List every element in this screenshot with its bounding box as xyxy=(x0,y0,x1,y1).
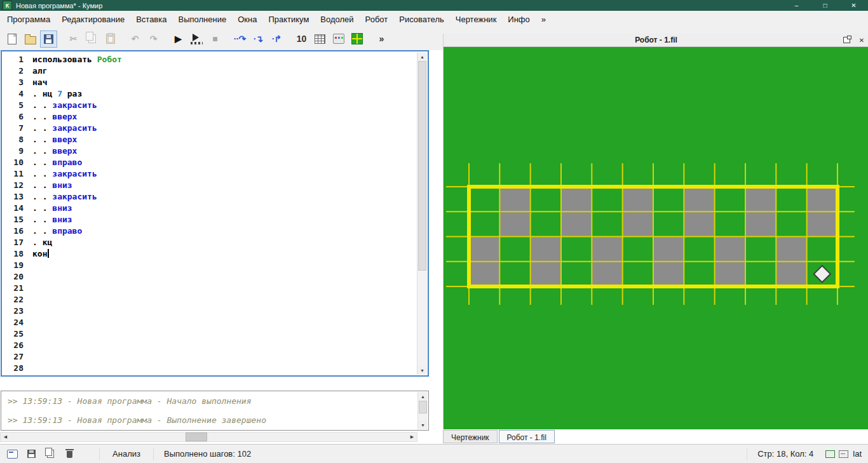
editor-line-19[interactable]: 19 xyxy=(4,260,418,271)
save-results-button[interactable] xyxy=(23,447,39,461)
editor-line-26[interactable]: 26 xyxy=(4,340,418,351)
painted-cell xyxy=(623,211,653,236)
robot-window-buttons: ✕ xyxy=(842,34,866,46)
console-panel: >> 13:59:13 - Новая программа - Начало в… xyxy=(1,391,429,431)
show-io-button[interactable]: 10 xyxy=(293,30,310,48)
step-out-icon: ∙↱ xyxy=(272,34,282,43)
menu-item-12[interactable]: » xyxy=(536,12,552,27)
line-number: 19 xyxy=(4,260,32,271)
toolbar-overflow-button[interactable]: » xyxy=(373,30,390,48)
maximize-button[interactable]: □ xyxy=(811,0,839,11)
drawing-tools-button[interactable] xyxy=(330,30,347,48)
menu-item-8[interactable]: Робот xyxy=(360,12,394,27)
console-line-2: >> 13:59:13 - Новая программа - Выполнен… xyxy=(8,411,419,430)
editor-line-13[interactable]: 13. . закрасить xyxy=(4,191,418,203)
menu-item-2[interactable]: Редактирование xyxy=(56,12,130,27)
editor-line-11[interactable]: 11. . закрасить xyxy=(4,168,418,180)
robot-field-canvas[interactable] xyxy=(444,47,868,429)
keyboard-indicator-icon[interactable] xyxy=(825,450,835,458)
save-icon xyxy=(44,34,53,44)
editor-line-7[interactable]: 7. . закрасить xyxy=(4,123,418,134)
editor-line-14[interactable]: 14. . вниз xyxy=(4,203,418,214)
scroll-left-button[interactable]: ◀ xyxy=(1,433,10,441)
code-text: нач xyxy=(32,77,47,88)
editor-line-8[interactable]: 8. . вверх xyxy=(4,134,418,145)
panel-splitter[interactable] xyxy=(430,50,443,431)
scroll-down-button[interactable]: ▼ xyxy=(418,420,428,429)
undock-window-button[interactable] xyxy=(842,36,851,44)
close-button[interactable]: ✕ xyxy=(839,0,868,11)
console-scrollbar[interactable]: ▲ ▼ xyxy=(417,392,428,429)
h-scrollbar-thumb[interactable] xyxy=(186,433,207,441)
clear-results-button[interactable] xyxy=(61,447,78,461)
app-icon: К xyxy=(3,1,12,10)
menu-item-9[interactable]: Рисователь xyxy=(393,12,449,27)
editor-scrollbar[interactable]: ▲ ▼ xyxy=(417,52,427,375)
editor-line-16[interactable]: 16. . вправо xyxy=(4,225,418,237)
close-robot-window-button[interactable]: ✕ xyxy=(857,36,866,44)
console-scrollbar-thumb[interactable] xyxy=(419,401,427,413)
run-step-by-step-button[interactable] xyxy=(188,30,205,48)
step-out-button[interactable]: ∙↱ xyxy=(268,30,285,48)
editor-line-4[interactable]: 4. нц 7 раз xyxy=(4,88,418,100)
open-program-button[interactable] xyxy=(22,30,39,48)
editor-line-5[interactable]: 5. . закрасить xyxy=(4,100,418,111)
menu-item-1[interactable]: Программа xyxy=(1,12,56,27)
run-button[interactable]: ▶ xyxy=(170,30,187,48)
editor-line-25[interactable]: 25 xyxy=(4,328,418,340)
editor-line-28[interactable]: 28 xyxy=(4,363,418,374)
scroll-up-button[interactable]: ▲ xyxy=(417,52,427,61)
layout-indicator-icon[interactable] xyxy=(839,450,848,458)
editor-line-18[interactable]: 18кон xyxy=(4,248,418,260)
h-scrollbar-track[interactable] xyxy=(10,433,407,441)
editor-line-17[interactable]: 17. кц xyxy=(4,237,418,248)
scroll-up-button[interactable]: ▲ xyxy=(418,392,428,401)
copy-results-button[interactable] xyxy=(42,447,58,461)
menu-item-10[interactable]: Чертежник xyxy=(450,12,503,27)
editor-line-6[interactable]: 6. . вверх xyxy=(4,111,418,123)
editor-line-20[interactable]: 20 xyxy=(4,271,418,283)
editor-line-12[interactable]: 12. . вниз xyxy=(4,180,418,191)
scroll-down-button[interactable]: ▼ xyxy=(417,366,427,375)
arrow-down-icon: ▼ xyxy=(420,368,424,373)
dock-tab-2[interactable]: Робот - 1.fil xyxy=(499,430,555,443)
editor-line-2[interactable]: 2алг xyxy=(4,65,418,77)
menu-item-4[interactable]: Выполнение xyxy=(172,12,232,27)
editor-line-21[interactable]: 21 xyxy=(4,283,418,294)
arrow-left-icon: ◀ xyxy=(4,434,7,440)
menu-item-3[interactable]: Вставка xyxy=(130,12,172,27)
dock-tab-1[interactable]: Чертежник xyxy=(443,430,498,443)
stop-icon: ■ xyxy=(212,34,217,43)
code-editor[interactable]: 1использовать Робот2алг3нач4. нц 7 раз5.… xyxy=(1,50,429,377)
editor-line-22[interactable]: 22 xyxy=(4,294,418,305)
minimize-button[interactable]: – xyxy=(782,0,811,11)
step-into-button[interactable]: ∙↴ xyxy=(250,30,267,48)
show-window-grid-button[interactable] xyxy=(311,30,329,48)
window-title: Новая программа* - Кумир xyxy=(16,2,782,10)
horizontal-scrollbar[interactable]: ◀ ▶ xyxy=(0,432,417,442)
editor-line-3[interactable]: 3нач xyxy=(4,77,418,88)
editor-line-10[interactable]: 10. . вправо xyxy=(4,157,418,168)
menu-item-11[interactable]: Инфо xyxy=(502,12,535,27)
robot-field-icon xyxy=(351,33,363,44)
editor-line-15[interactable]: 15. . вниз xyxy=(4,214,418,225)
redo-button: ↷ xyxy=(145,30,162,48)
titlebar[interactable]: К Новая программа* - Кумир – □ ✕ xyxy=(0,0,868,11)
grid-icon xyxy=(315,34,325,44)
robot-field-window-button[interactable] xyxy=(348,30,365,48)
editor-line-24[interactable]: 24 xyxy=(4,317,418,328)
editor-line-9[interactable]: 9. . вверх xyxy=(4,145,418,157)
editor-line-1[interactable]: 1использовать Робот xyxy=(4,54,418,65)
menu-item-6[interactable]: Практикум xyxy=(262,12,315,27)
editor-line-27[interactable]: 27 xyxy=(4,351,418,363)
protocol-button[interactable] xyxy=(4,447,20,461)
editor-scrollbar-thumb[interactable] xyxy=(418,61,426,271)
save-program-button[interactable] xyxy=(40,30,57,48)
new-program-button[interactable] xyxy=(3,30,20,48)
scroll-right-button[interactable]: ▶ xyxy=(407,433,417,441)
step-over-button[interactable]: ∙∙↷ xyxy=(231,30,248,48)
menu-item-7[interactable]: Водолей xyxy=(315,12,359,27)
robot-window-header[interactable]: Робот - 1.fil ✕ xyxy=(444,34,868,47)
editor-line-23[interactable]: 23 xyxy=(4,305,418,317)
menu-item-5[interactable]: Окна xyxy=(232,12,262,27)
